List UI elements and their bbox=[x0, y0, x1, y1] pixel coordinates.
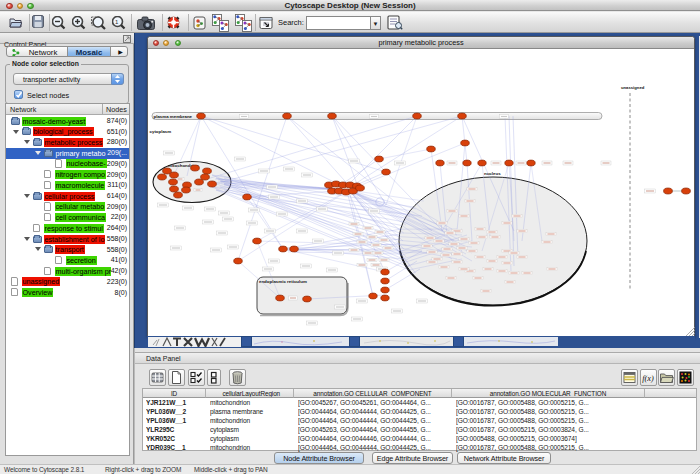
svg-text:nucleus: nucleus bbox=[484, 171, 501, 176]
svg-text:cytoplasm: cytoplasm bbox=[150, 129, 172, 134]
svg-text:endoplasmic reticulum: endoplasmic reticulum bbox=[259, 279, 307, 284]
svg-text:unassigned: unassigned bbox=[621, 85, 645, 90]
svg-text:plasma membrane: plasma membrane bbox=[154, 114, 193, 119]
svg-text:f(x): f(x) bbox=[642, 374, 654, 383]
